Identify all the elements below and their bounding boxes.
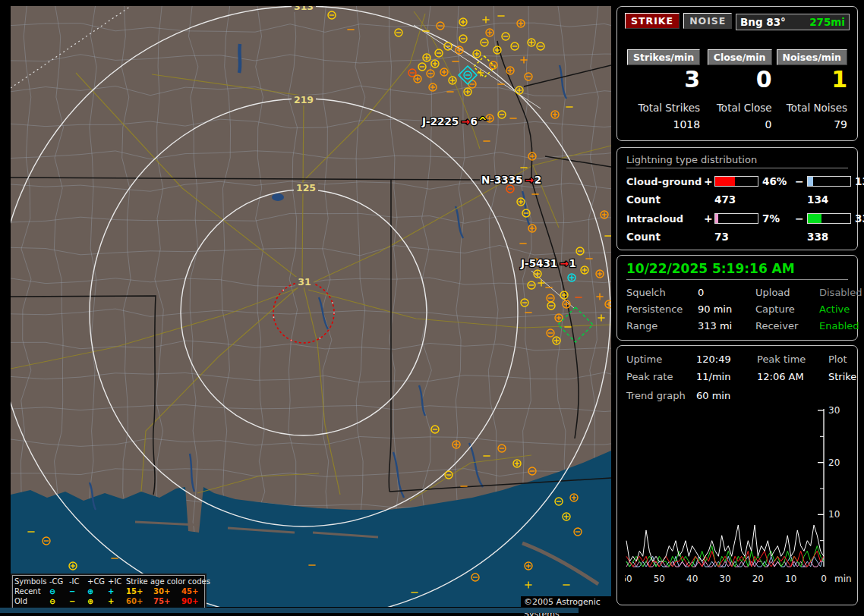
upload-status: Disabled xyxy=(819,287,862,298)
squelch-label: Squelch xyxy=(626,287,698,298)
svg-text:30: 30 xyxy=(719,574,730,584)
age-30: 30+ xyxy=(153,587,181,596)
distribution-title: Lightning type distribution xyxy=(626,154,848,168)
age-60: 60+ xyxy=(126,597,153,605)
close-per-min-value: 0 xyxy=(705,68,771,92)
total-noises-label: Total Noises xyxy=(777,102,847,114)
cg-positive-count: 473 xyxy=(714,193,795,206)
upload-label: Upload xyxy=(755,287,819,298)
map-viewport[interactable]: 31321912531 J-2225→6^N-3335→2J-5431→1 xyxy=(11,6,611,607)
ic-negative-bar xyxy=(807,213,851,224)
age-75: 75+ xyxy=(153,597,181,605)
cloud-ground-row: Cloud-ground + 46% − 13% xyxy=(626,175,848,187)
svg-text:60: 60 xyxy=(625,574,632,584)
ic-plus-icon: + xyxy=(108,587,126,596)
total-noises-value: 79 xyxy=(777,118,847,130)
cg-negative-count: 134 xyxy=(807,193,848,206)
bearing-label: Bng 83° xyxy=(740,16,786,28)
trend-graph-label: Trend graph xyxy=(626,390,696,401)
total-close-label: Total Close xyxy=(705,102,771,114)
plot-value: Strike xyxy=(828,371,856,382)
uptime-value: 120:49 xyxy=(696,354,757,365)
svg-text:20: 20 xyxy=(752,574,764,584)
copyright-text: ©2005 Astrogenic Systems xyxy=(521,596,621,608)
storm-cell-label: N-3335→2 xyxy=(481,174,541,186)
cg-plus-icon: ⊕ xyxy=(87,587,108,596)
cloud-ground-counts: Count 473 134 xyxy=(626,193,848,206)
map[interactable]: 31321912531 J-2225→6^N-3335→2J-5431→1 xyxy=(11,6,611,607)
range-ring-label: 125 xyxy=(296,182,316,193)
window-bottom-strip xyxy=(0,608,579,613)
range-ring-label: 313 xyxy=(294,6,314,12)
peak-rate-label: Peak rate xyxy=(626,371,696,382)
cg-minus-icon: ⊖ xyxy=(49,597,69,605)
strikes-per-min-column: Strikes/min 3 Total Strikes 1018 xyxy=(625,49,702,130)
ic-negative-count: 338 xyxy=(807,231,848,243)
noises-per-min-column: Noises/min 1 Total Noises 79 xyxy=(774,49,850,130)
strike-mode-button[interactable]: STRIKE xyxy=(625,13,680,29)
cg-negative-bar xyxy=(807,176,851,187)
age-45: 45+ xyxy=(181,587,210,596)
ic-positive-bar xyxy=(714,213,758,224)
cg-minus-icon: ⊖ xyxy=(49,587,69,596)
total-strikes-label: Total Strikes xyxy=(627,102,700,114)
peak-time-value: 12:06 AM xyxy=(757,371,828,382)
bearing-readout: Bng 83° 275mi xyxy=(736,14,850,30)
close-per-min-column: Close/min 0 Total Close 0 xyxy=(702,49,774,130)
storm-cell-label: J-5431→1 xyxy=(520,257,576,269)
trend-graph-value: 60 min xyxy=(696,390,848,401)
svg-text:min: min xyxy=(834,574,852,584)
cg-plus-icon: ⊕ xyxy=(87,597,108,605)
noises-per-min-header: Noises/min xyxy=(777,49,847,65)
receiver-label: Receiver xyxy=(755,320,819,332)
svg-text:0: 0 xyxy=(821,574,827,584)
distribution-panel: Lightning type distribution Cloud-ground… xyxy=(616,147,858,250)
svg-text:30: 30 xyxy=(828,405,840,416)
peak-time-label: Peak time xyxy=(757,354,828,365)
datetime-display: 10/22/2025 5:19:16 AM xyxy=(626,261,848,280)
intracloud-counts: Count 73 338 xyxy=(626,231,848,243)
age-90: 90+ xyxy=(181,597,210,605)
persistence-value: 90 min xyxy=(698,303,755,315)
lightning-tracker-window: 31321912531 J-2225→6^N-3335→2J-5431→1 Sy… xyxy=(0,0,864,616)
svg-text:10: 10 xyxy=(785,574,796,584)
svg-text:20: 20 xyxy=(828,457,840,468)
ic-plus-icon: + xyxy=(108,597,126,605)
range-label: Range xyxy=(626,320,698,332)
range-ring-label: 31 xyxy=(298,276,311,288)
uptime-label: Uptime xyxy=(626,354,696,365)
svg-text:40: 40 xyxy=(686,574,698,584)
close-per-min-header: Close/min xyxy=(708,49,772,65)
legend-symbols-header: Symbols xyxy=(14,577,49,586)
rates-panel: STRIKE NOISE Bng 83° 275mi Strikes/min 3… xyxy=(616,6,858,141)
ic-positive-count: 73 xyxy=(714,231,795,243)
total-close-value: 0 xyxy=(705,118,771,130)
capture-status: Active xyxy=(819,303,862,315)
legend-old-label: Old xyxy=(14,597,49,605)
stats-panel: Uptime 120:49 Peak time Plot Peak rate 1… xyxy=(616,345,858,605)
svg-text:50: 50 xyxy=(654,574,665,584)
age-15: 15+ xyxy=(126,587,153,596)
cg-positive-bar xyxy=(714,176,758,187)
ic-minus-icon: − xyxy=(69,597,87,605)
noises-per-min-value: 1 xyxy=(777,68,847,92)
legend-recent-label: Recent xyxy=(14,587,49,596)
noise-mode-button[interactable]: NOISE xyxy=(683,13,732,29)
strikes-per-min-value: 3 xyxy=(627,68,700,92)
total-strikes-value: 1018 xyxy=(627,118,700,130)
bearing-range: 275mi xyxy=(809,16,845,28)
svg-text:10: 10 xyxy=(828,509,840,520)
trend-graph: 1020306050403020100min xyxy=(625,404,853,592)
plot-label: Plot xyxy=(828,354,856,365)
status-panel: 10/22/2025 5:19:16 AM Squelch 0 Upload D… xyxy=(616,255,858,341)
capture-label: Capture xyxy=(755,303,819,315)
range-value: 313 mi xyxy=(698,320,755,332)
storm-cell-label: J-2225→6^ xyxy=(421,115,487,127)
peak-rate-value: 11/min xyxy=(696,371,757,382)
squelch-value: 0 xyxy=(698,287,755,298)
intracloud-row: Intracloud + 7% − 33% xyxy=(626,212,848,225)
trend-series-red xyxy=(626,551,824,567)
symbols-legend: Symbols -CG -IC +CG +IC Strike age color… xyxy=(12,575,205,610)
persistence-label: Persistence xyxy=(626,303,698,315)
strikes-per-min-header: Strikes/min xyxy=(627,49,700,65)
